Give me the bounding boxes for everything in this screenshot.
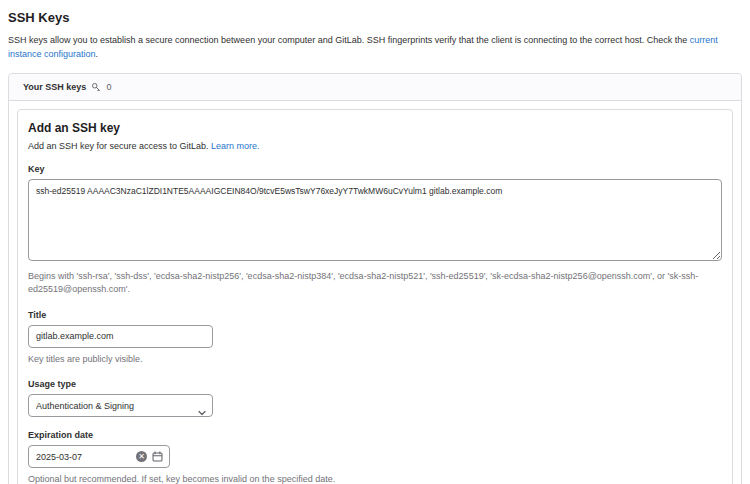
page-description-period: . (96, 49, 99, 59)
expiration-date-label: Expiration date (28, 430, 722, 440)
page-title: SSH Keys (8, 10, 742, 25)
key-field-group: Key ssh-ed25519 AAAAC3NzaC1lZDI1NTE5AAAA… (28, 164, 722, 297)
ssh-keys-count: 0 (106, 82, 111, 92)
page-description: SSH keys allow you to establish a secure… (8, 34, 742, 62)
form-subtitle: Add an SSH key for secure access to GitL… (28, 141, 722, 151)
expiration-date-field-group: Expiration date ✕ (28, 430, 722, 484)
your-ssh-keys-card-body: Add an SSH key Add an SSH key for secure… (9, 101, 741, 484)
your-ssh-keys-label: Your SSH keys (23, 82, 86, 92)
ssh-keys-page: SSH Keys SSH keys allow you to establish… (0, 0, 750, 484)
your-ssh-keys-card: Your SSH keys 0 Add an SSH key Add an SS… (8, 73, 742, 484)
usage-type-select[interactable]: Authentication & Signing (28, 394, 213, 417)
add-ssh-key-form-card: Add an SSH key Add an SSH key for secure… (17, 109, 733, 484)
expiration-date-icons: ✕ (136, 445, 163, 468)
clear-date-icon[interactable]: ✕ (136, 451, 147, 462)
usage-type-select-wrap: Authentication & Signing (28, 394, 213, 417)
key-field-help: Begins with 'ssh-rsa', 'ssh-dss', 'ecdsa… (28, 270, 722, 297)
title-field-group: Title Key titles are publicly visible. (28, 310, 722, 367)
expiration-date-wrap: ✕ (28, 445, 170, 468)
form-title: Add an SSH key (28, 121, 722, 135)
page-description-text: SSH keys allow you to establish a secure… (8, 35, 690, 45)
key-input[interactable]: ssh-ed25519 AAAAC3NzaC1lZDI1NTE5AAAAIGCE… (28, 179, 722, 261)
calendar-icon[interactable] (152, 451, 163, 462)
learn-more-link[interactable]: Learn more. (211, 141, 260, 151)
your-ssh-keys-card-header: Your SSH keys 0 (9, 74, 741, 101)
key-icon (91, 82, 101, 92)
usage-type-field-group: Usage type Authentication & Signing (28, 379, 722, 417)
usage-type-label: Usage type (28, 379, 722, 389)
form-subtitle-text: Add an SSH key for secure access to GitL… (28, 141, 211, 151)
title-input[interactable] (28, 325, 213, 348)
key-field-label: Key (28, 164, 722, 174)
expiration-date-help: Optional but recommended. If set, key be… (28, 473, 722, 484)
title-field-label: Title (28, 310, 722, 320)
title-field-help: Key titles are publicly visible. (28, 353, 722, 367)
